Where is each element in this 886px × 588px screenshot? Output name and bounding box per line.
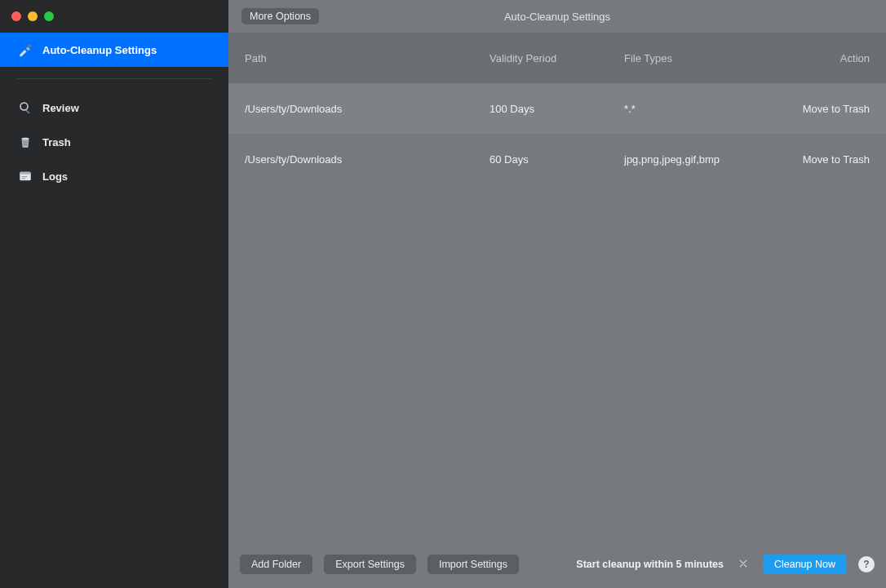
- sidebar-divider: [16, 78, 212, 79]
- sidebar-item-label: Auto-Cleanup Settings: [42, 44, 157, 56]
- fullscreen-window-icon[interactable]: [44, 11, 54, 21]
- svg-rect-6: [22, 176, 28, 177]
- sidebar-item-label: Trash: [42, 136, 71, 148]
- svg-rect-2: [25, 109, 30, 114]
- add-folder-button[interactable]: Add Folder: [240, 555, 312, 574]
- trash-icon: [18, 135, 33, 149]
- cell-filetypes: *.*: [624, 103, 783, 115]
- close-window-icon[interactable]: [11, 11, 21, 21]
- window-controls: [0, 0, 228, 33]
- minimize-window-icon[interactable]: [28, 11, 38, 21]
- table-header-row: Path Validity Period File Types Action: [228, 33, 886, 83]
- cell-filetypes: jpg,png,jpeg,gif,bmp: [624, 153, 783, 166]
- status-text: Start cleanup within 5 minutes: [576, 559, 724, 570]
- topbar: More Options Auto-Cleanup Settings: [228, 0, 886, 33]
- sidebar-item-logs[interactable]: Logs: [0, 159, 228, 193]
- page-title: Auto-Cleanup Settings: [504, 11, 610, 23]
- empty-area: [228, 184, 886, 541]
- col-header-path: Path: [245, 52, 490, 64]
- sidebar-item-label: Logs: [42, 170, 68, 183]
- app-window: Auto-Cleanup Settings Review Trash: [0, 0, 886, 588]
- cell-validity: 100 Days: [490, 103, 624, 115]
- col-header-filetypes: File Types: [624, 52, 783, 64]
- svg-point-3: [22, 138, 29, 139]
- more-options-button[interactable]: More Options: [241, 8, 319, 24]
- hammer-icon: [18, 42, 33, 57]
- cell-validity: 60 Days: [490, 153, 624, 166]
- cell-path: /Users/ty/Downloads: [245, 103, 490, 115]
- table-row[interactable]: /Users/ty/Downloads 100 Days *.* Move to…: [228, 83, 886, 134]
- cell-action: Move to Trash: [783, 153, 870, 166]
- svg-point-1: [20, 103, 28, 110]
- sidebar-item-trash[interactable]: Trash: [0, 125, 228, 159]
- cleanup-now-button[interactable]: Cleanup Now: [763, 555, 847, 574]
- col-header-action: Action: [783, 52, 870, 64]
- import-settings-button[interactable]: Import Settings: [427, 555, 519, 574]
- sidebar-item-review[interactable]: Review: [0, 91, 228, 125]
- export-settings-button[interactable]: Export Settings: [324, 555, 416, 574]
- sidebar-item-label: Review: [42, 102, 79, 114]
- main-panel: More Options Auto-Cleanup Settings Path …: [228, 0, 886, 588]
- logs-icon: [18, 169, 33, 183]
- sidebar-item-auto-cleanup-settings[interactable]: Auto-Cleanup Settings: [0, 33, 228, 67]
- table-row[interactable]: /Users/ty/Downloads 60 Days jpg,png,jpeg…: [228, 134, 886, 184]
- sidebar: Auto-Cleanup Settings Review Trash: [0, 0, 228, 588]
- cell-action: Move to Trash: [783, 103, 870, 115]
- svg-rect-5: [20, 172, 31, 175]
- bottombar: Add Folder Export Settings Import Settin…: [228, 541, 886, 588]
- dismiss-status-button[interactable]: [735, 558, 751, 571]
- magnifier-icon: [18, 100, 33, 115]
- cell-path: /Users/ty/Downloads: [245, 153, 490, 166]
- close-icon: [738, 559, 748, 568]
- svg-rect-7: [22, 178, 26, 179]
- help-button[interactable]: ?: [858, 556, 875, 573]
- col-header-validity: Validity Period: [490, 52, 624, 64]
